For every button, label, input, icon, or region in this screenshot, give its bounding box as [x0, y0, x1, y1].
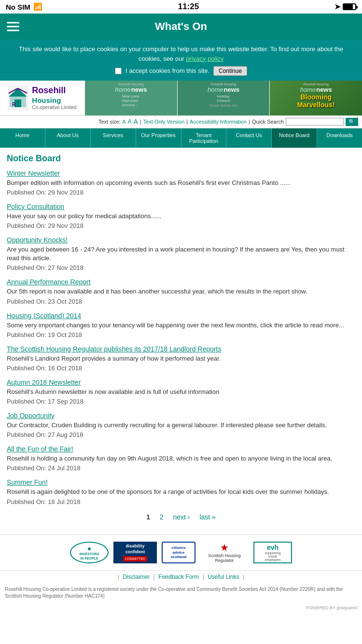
notice-link-8[interactable]: All the Fun of the Fair! — [7, 445, 355, 453]
next-page[interactable]: next › — [173, 513, 190, 521]
nav-services[interactable]: Services — [91, 128, 136, 148]
separator-left: | — [118, 574, 121, 580]
main-content: Notice Board Winter Newsletter Bumper ed… — [0, 148, 362, 534]
svg-text:R: R — [12, 102, 16, 107]
logo-housing: Housing — [32, 96, 76, 105]
notice-link-5[interactable]: The Scottish Housing Regulator publishes… — [7, 345, 355, 353]
logo-banner: R Rosehill Housing Co-operative Limited … — [0, 81, 362, 116]
separator-2: | — [186, 119, 188, 125]
last-page[interactable]: last » — [199, 513, 215, 521]
notice-board-title: Notice Board — [7, 154, 355, 164]
notices-container: Winter Newsletter Bumper edition with in… — [7, 169, 355, 505]
notice-date-3: Published On: 23 Oct 2018 — [7, 298, 355, 305]
investors-text: INVESTORSIN PEOPLE — [80, 552, 99, 560]
cookie-checkbox-label: I accept cookies from this site. — [125, 66, 209, 76]
notice-item: Policy Consultation Have your say on our… — [7, 203, 355, 229]
notice-date-1: Published On: 29 Nov 2018 — [7, 222, 355, 229]
text-size-small[interactable]: A — [123, 119, 126, 125]
notice-item: Summer Fun! Rosehill is again delighted … — [7, 478, 355, 505]
wifi-icon: 📶 — [33, 2, 42, 11]
banner-2[interactable]: Rosehill Housing homenews HolidayClosure… — [177, 81, 270, 115]
separator-3: | — [249, 119, 250, 125]
notice-date-8: Published On: 24 Jul 2018 — [7, 464, 355, 472]
notice-link-2[interactable]: Opportunity Knocks! — [7, 236, 355, 244]
logo-area: R Rosehill Housing Co-operative Limited — [0, 81, 84, 115]
notice-date-0: Published On: 29 Nov 2018 — [7, 189, 355, 196]
useful-links-link[interactable]: Useful Links — [208, 574, 239, 580]
nav-noticeboard[interactable]: Notice Board — [272, 128, 317, 148]
cookie-checkbox[interactable] — [115, 68, 122, 74]
text-size-large[interactable]: A — [133, 118, 138, 126]
notice-desc-0: Bumper edition with information on upcom… — [7, 179, 355, 187]
notice-link-3[interactable]: Annual Performance Report — [7, 278, 355, 286]
notice-date-9: Published On: 18 Jul 2018 — [7, 498, 355, 505]
cookie-accept-row: I accept cookies from this site. Continu… — [7, 66, 355, 76]
notice-desc-4: Some very important changes to your tena… — [7, 321, 355, 330]
location-icon: ➤ — [334, 2, 341, 11]
notice-link-1[interactable]: Policy Consultation — [7, 203, 355, 210]
powered-by: POWERED BY gosquared — [0, 604, 362, 611]
notice-desc-9: Rosehill is again delighted to be one of… — [7, 488, 355, 496]
separator-mid2: | — [203, 574, 206, 580]
evh-logo: evh supportingsocialemployers — [253, 542, 292, 563]
notice-item: Autumn 2018 Newsletter Rosehill's Autumn… — [7, 378, 355, 405]
nav-properties[interactable]: Our Properties — [136, 128, 181, 148]
page-1[interactable]: 1 — [146, 513, 150, 521]
privacy-policy-link[interactable]: privacy policy — [186, 55, 223, 62]
text-size-medium[interactable]: A — [127, 118, 131, 125]
notice-date-7: Published On: 27 Aug 2018 — [7, 431, 355, 438]
rosehill-logo-icon: R — [8, 86, 28, 110]
nav-tenant[interactable]: Tenant Participation — [181, 128, 227, 148]
notice-date-6: Published On: 17 Sep 2018 — [7, 398, 355, 405]
banner-3[interactable]: Rosehill Housing homenews BloomingMarvel… — [269, 81, 362, 115]
nav-downloads[interactable]: Downloads — [317, 128, 362, 148]
notice-desc-6: Rosehill's Autumn newsletter is now avai… — [7, 388, 355, 396]
nav-home[interactable]: Home — [0, 128, 45, 148]
notice-link-6[interactable]: Autumn 2018 Newsletter — [7, 378, 355, 386]
search-input[interactable] — [286, 118, 344, 126]
notice-desc-2: Are you aged between 16 - 24? Are you in… — [7, 245, 355, 263]
notice-desc-1: Have your say on our policy for medical … — [7, 212, 355, 221]
pagination: 1 2 next › last » — [7, 513, 355, 521]
header: What's On — [0, 14, 362, 40]
notice-item: Winter Newsletter Bumper edition with in… — [7, 169, 355, 196]
status-time: 11:25 — [178, 2, 199, 12]
menu-button[interactable] — [7, 20, 19, 34]
notice-link-9[interactable]: Summer Fun! — [7, 478, 355, 486]
footer-logos: ● INVESTORSIN PEOPLE disability confiden… — [0, 534, 362, 571]
investors-in-people-logo: ● INVESTORSIN PEOPLE — [70, 542, 109, 563]
quick-search-label: Quick Search — [252, 119, 284, 125]
disclaimer-link[interactable]: Disclaimer — [123, 574, 150, 580]
separator-right: | — [243, 574, 244, 580]
banner-1[interactable]: Rosehill Housing homenews New Look,Impro… — [84, 81, 177, 115]
status-right: ➤ — [334, 2, 356, 11]
feedback-link[interactable]: Feedback Form — [158, 574, 199, 580]
logo-box[interactable]: R Rosehill Housing Co-operative Limited — [8, 85, 76, 111]
nav-contact[interactable]: Contact Us — [226, 128, 272, 148]
notice-item: Annual Performance Report Our 5th report… — [7, 278, 355, 305]
separator-1: | — [140, 119, 141, 125]
notice-item: All the Fun of the Fair! Rosehill is hol… — [7, 445, 355, 472]
notice-date-5: Published On: 16 Oct 2018 — [7, 364, 355, 372]
continue-button[interactable]: Continue — [213, 66, 247, 76]
separator-mid1: | — [153, 574, 156, 580]
citizens-advice-logo: citizensadvicescotland — [162, 542, 195, 563]
text-size-bar: Text size: A A A | Text Only Version | A… — [0, 116, 362, 128]
notice-desc-7: Our Contractor, Cruden Building is curre… — [7, 421, 355, 430]
notice-date-4: Published On: 19 Oct 2018 — [7, 331, 355, 338]
search-button[interactable]: 🔍 — [346, 118, 358, 126]
footer-links: | Disclaimer | Feedback Form | Useful Li… — [0, 570, 362, 583]
logo-rosehill: Rosehill — [32, 85, 76, 96]
notice-link-0[interactable]: Winter Newsletter — [7, 169, 355, 177]
carrier-text: No SIM — [6, 3, 30, 11]
notice-link-7[interactable]: Job Opportunity — [7, 412, 355, 420]
text-size-label: Text size: — [98, 119, 121, 125]
accessibility-link[interactable]: Accessibility Information — [190, 119, 247, 125]
notice-link-4[interactable]: Housing (Scotland) 2014 — [7, 312, 355, 320]
notice-date-2: Published On: 27 Nov 2018 — [7, 264, 355, 271]
page-2[interactable]: 2 — [160, 513, 164, 521]
nav-about[interactable]: About Us — [45, 128, 91, 148]
text-only-link[interactable]: Text Only Version — [143, 119, 185, 125]
status-left: No SIM 📶 — [6, 2, 42, 11]
notice-desc-5: Rosehill's Landlord Report provides a su… — [7, 354, 355, 363]
